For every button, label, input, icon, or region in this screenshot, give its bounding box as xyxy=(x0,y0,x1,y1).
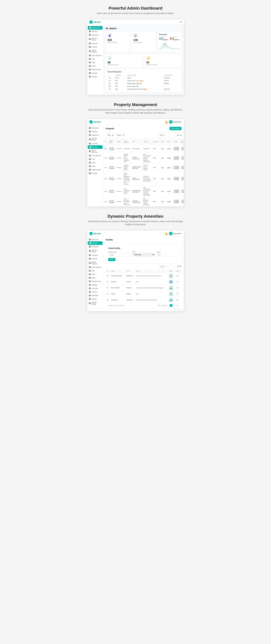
facility-name-input[interactable] xyxy=(108,253,131,256)
table-row: 319 Villa Contemporary Oasis Villa Rente… xyxy=(108,88,180,90)
edit-am-42[interactable]: ✏ xyxy=(176,286,179,289)
filter-bar: Villa Active ⚙ ⬇ xyxy=(103,132,184,138)
sidebar-item-package[interactable]: Package xyxy=(87,71,103,75)
page-1-btn[interactable]: 1 xyxy=(170,304,172,307)
am-sidebar-dashboard[interactable]: Dashboard xyxy=(87,238,103,241)
chat-icon xyxy=(89,58,91,60)
customer-icon xyxy=(89,42,91,44)
prop-sidebar-facilities[interactable]: Facilities xyxy=(87,130,103,133)
amenities-admin-label: Super Admin xyxy=(173,233,182,234)
article-icon xyxy=(89,65,91,67)
cust-icon xyxy=(89,143,91,144)
sidebar-item-dashboard[interactable]: Dashboard xyxy=(88,26,103,30)
sidebar-item-advertisement[interactable]: Advertisement xyxy=(87,68,103,71)
stat-rent: 🔑 45 Properties for Rent xyxy=(144,54,182,68)
prop-sidebar-categories[interactable]: Categories xyxy=(87,133,103,137)
am-sidebar-calculator[interactable]: Calculator xyxy=(87,287,103,290)
sidebar-item-chat[interactable]: Chat xyxy=(87,57,103,61)
table-row: 318 W1Team Designer •••••••••• 123 Lakev… xyxy=(103,197,184,206)
amenities-settings-icon[interactable]: ⚙ xyxy=(178,265,179,268)
section1-header: Powerful Admin Dashboard Admin gets comp… xyxy=(87,6,184,15)
am-sidebar-payment[interactable]: Payment xyxy=(87,290,103,294)
am-sidebar-property[interactable]: Property xyxy=(87,257,103,260)
am-sidebar-categories[interactable]: Categories xyxy=(87,245,103,248)
settings-icon[interactable]: ⚙ xyxy=(177,134,179,136)
sidebar-item-customer[interactable]: Customer xyxy=(87,42,103,45)
th-3dimage: 3D Image xyxy=(180,138,184,145)
sidebar-item-property[interactable]: Property xyxy=(87,45,103,49)
amenities-table: ID Name Type Value Image Action 40 xyxy=(106,270,182,303)
property-topbar: e eBroker 🔔 SA Super Admin xyxy=(87,119,184,125)
prop-sidebar-advertisement[interactable]: Advertisement xyxy=(87,168,103,172)
add-property-button[interactable]: Add Property xyxy=(169,127,182,130)
amenities-topbar: e eBroker 🔔 SA Super Admin xyxy=(87,230,184,237)
amenities-notification-icon[interactable]: 🔔 xyxy=(165,232,168,235)
am-sidebar-facilities[interactable]: Facilities xyxy=(88,241,103,245)
amenity-row: 31 Fitness number null 🏋️ ✏ xyxy=(106,291,182,297)
properties-chart-card: Properties 📊 Total Sell 98 Properties � xyxy=(157,32,182,52)
am-sidebar-chat[interactable]: Chat xyxy=(87,269,103,272)
dashboard-content: Hi, Admin 👤 825 Total Customers 🏠 148 To… xyxy=(103,25,184,95)
sidebar-item-nearbyplaces[interactable]: Near By Places xyxy=(87,36,103,42)
property-icon xyxy=(89,46,91,48)
property-logo-icon: e xyxy=(89,120,92,124)
am-sidebar-article[interactable]: Article xyxy=(87,276,103,280)
am-sidebar-advertisement[interactable]: Advertisement xyxy=(87,280,103,283)
slider-icon xyxy=(89,62,91,64)
property-search-input[interactable] xyxy=(158,134,176,137)
facility-save-button[interactable]: Save xyxy=(108,258,115,261)
sidebar-item-facilities[interactable]: Facilities xyxy=(87,30,103,33)
sidebar-item-slider[interactable]: Slider xyxy=(87,61,103,64)
prop-sidebar-nearby[interactable]: Near By Places xyxy=(87,137,103,142)
last-page-btn[interactable]: » xyxy=(176,304,179,307)
prop-sidebar-customer[interactable]: Customer xyxy=(87,142,103,145)
notification-icon[interactable]: 🔔 xyxy=(165,120,168,124)
amenities-search-input[interactable] xyxy=(159,265,177,268)
sidebar-item-categories[interactable]: Categories xyxy=(87,33,103,36)
menu-icon[interactable]: ≡ xyxy=(180,21,182,24)
download-icon[interactable]: ⬇ xyxy=(180,134,182,136)
am-sidebar-sysupdate[interactable]: System Update xyxy=(87,301,103,306)
sidebar-item-settings[interactable]: Settings xyxy=(87,75,103,78)
edit-am-39[interactable]: ✏ xyxy=(176,298,179,301)
properties-label: Total Properties xyxy=(133,42,154,43)
am-sidebar-customer[interactable]: Customer xyxy=(87,254,103,257)
am-sidebar-users[interactable]: Users Reports xyxy=(87,266,103,269)
prop-sidebar-property[interactable]: Property xyxy=(88,145,103,149)
filter-villa[interactable]: Villa xyxy=(106,134,114,137)
am-sidebar-nearby[interactable]: Near By Places xyxy=(87,248,103,254)
edit-am-40[interactable]: ✏ xyxy=(176,274,179,277)
th-title: Title xyxy=(131,138,142,145)
prop-sidebar-chat[interactable]: Chat xyxy=(87,157,103,161)
sell-rent-stats: 🏷️ 98 Properties for Sell 🔑 45 Propertie… xyxy=(106,54,182,68)
filter-active[interactable]: Active xyxy=(115,134,125,137)
amenities-download-icon[interactable]: ⬇ xyxy=(180,265,182,268)
am-th-type: Type xyxy=(125,270,135,273)
prop-sidebar-dashboard[interactable]: Dashboard xyxy=(87,126,103,130)
facility-type-select[interactable]: Select Type radiobutton number checkbox xyxy=(132,253,155,256)
am-sidebar-report[interactable]: Report Reasons xyxy=(87,260,103,266)
am-sidebar-notification[interactable]: Notification xyxy=(87,294,103,297)
table-row: 322 Villa Modern Haven Villa Rented Fill… xyxy=(108,80,180,82)
prop-sidebar-package[interactable]: Package xyxy=(87,172,103,175)
adv-icon xyxy=(89,169,91,170)
sidebar-item-report[interactable]: Report Reasons xyxy=(87,49,103,54)
edit-am-31[interactable]: ✏ xyxy=(176,292,179,295)
prop-sidebar-slider[interactable]: Slider xyxy=(87,161,103,164)
am-th-value: Value xyxy=(135,270,168,273)
prev-page-btn[interactable]: ‹ xyxy=(166,304,169,307)
am-sidebar-package[interactable]: Package xyxy=(87,283,103,287)
pkg-icon xyxy=(89,172,91,174)
edit-am-33[interactable]: ✏ xyxy=(176,280,179,283)
prop-sidebar-report[interactable]: Report Reasons xyxy=(87,149,103,154)
prop-sidebar-article[interactable]: Article xyxy=(87,164,103,168)
prop-sidebar-users[interactable]: Users Reports xyxy=(87,154,103,157)
sidebar-item-userinquiries[interactable]: Users Inquiries xyxy=(87,54,103,57)
amenities-admin-avatar: SA xyxy=(169,232,173,235)
sidebar-item-article[interactable]: Article xyxy=(87,64,103,68)
am-sidebar-settings[interactable]: Settings xyxy=(87,297,103,301)
next-page-btn[interactable]: › xyxy=(173,304,176,307)
facility-image-input[interactable] xyxy=(157,253,179,256)
create-facility-form: Create Facility Facility Name * Type Sel… xyxy=(106,245,182,264)
am-sidebar-slider[interactable]: Slider xyxy=(87,272,103,276)
